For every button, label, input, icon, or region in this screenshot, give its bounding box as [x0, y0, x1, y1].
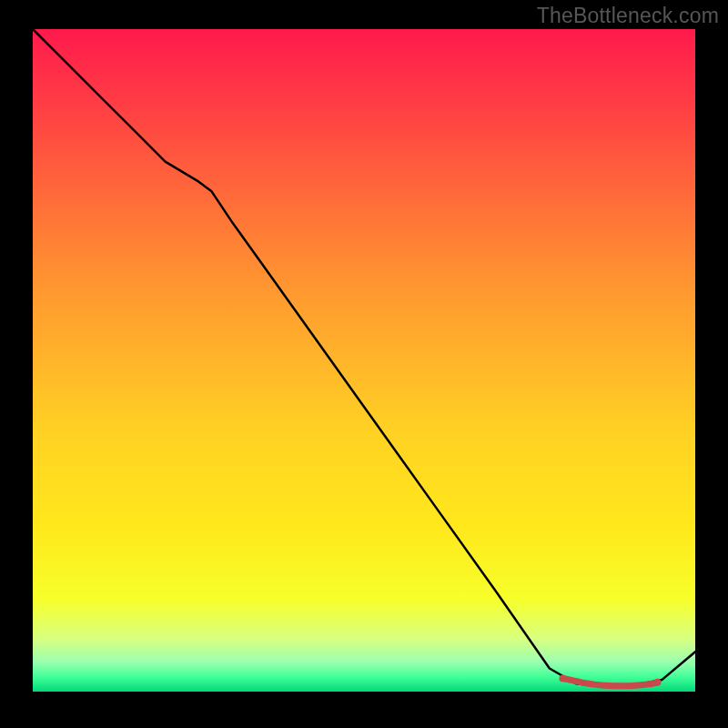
- marker-strip-endcap: [654, 679, 662, 686]
- marker-strip-segment: [603, 685, 614, 686]
- marker-strip-endcap: [559, 674, 566, 682]
- marker-strip-segment: [593, 684, 602, 685]
- watermark-text: TheBottleneck.com: [537, 4, 719, 28]
- chart-stage: TheBottleneck.com: [0, 0, 728, 728]
- marker-strip-segment: [630, 685, 641, 686]
- chart-svg: [0, 0, 728, 728]
